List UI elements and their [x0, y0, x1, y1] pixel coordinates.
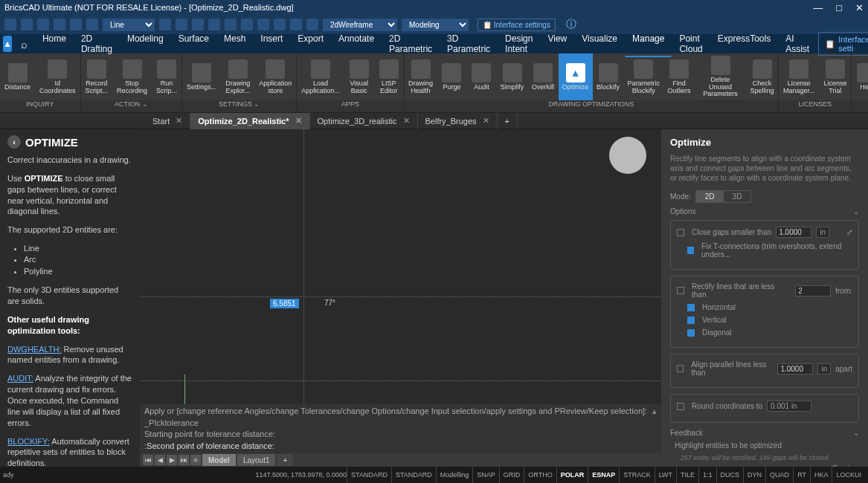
new-icon[interactable]	[4, 19, 16, 30]
ribbon-find[interactable]: FindOutliers	[663, 54, 695, 100]
redo-icon[interactable]	[86, 19, 98, 30]
drawing-canvas[interactable]: 6.5851 77° W X Apply or [change referenc…	[140, 129, 661, 467]
rectify-value-input[interactable]	[795, 285, 831, 296]
interface-settings-button[interactable]: 📋 Interface setti	[818, 32, 868, 56]
ribbon-record[interactable]: RecordScript...	[81, 54, 113, 100]
tab-first-icon[interactable]: ⏮	[143, 455, 153, 465]
ribbon-load[interactable]: LoadApplication...	[297, 54, 344, 100]
status-toggle-strack[interactable]: STRACK	[619, 467, 655, 483]
mode-toggle[interactable]: 2D3D	[695, 190, 752, 203]
chevron-down-icon[interactable]: ⌄	[853, 207, 859, 215]
diag-checkbox[interactable]	[687, 329, 695, 337]
layout-tab[interactable]: Layout1	[237, 454, 276, 466]
status-toggle-ducs[interactable]: DUCS	[716, 467, 744, 483]
ribbon-id[interactable]: IdCoordinates	[35, 54, 80, 100]
tab-list-icon[interactable]: ≡	[190, 455, 201, 465]
panel-close-icon[interactable]: ✕	[125, 129, 133, 130]
tab-close-icon[interactable]: ✕	[483, 116, 489, 126]
round-checkbox[interactable]	[677, 403, 684, 410]
search-icon[interactable]: ⌕	[21, 38, 28, 51]
blockify-link[interactable]: BLOCKIFY:	[7, 437, 50, 446]
q2-icon[interactable]	[176, 19, 187, 30]
new-tab-button[interactable]: +	[498, 113, 518, 129]
drawing-tab[interactable]: Optimize_3D_realistic✕	[310, 113, 418, 129]
align-value-input[interactable]	[777, 363, 813, 375]
status-toggle-ortho[interactable]: ORTHO	[524, 467, 556, 483]
save-icon[interactable]	[37, 19, 49, 30]
ribbon-simplify[interactable]: Simplify	[496, 54, 527, 100]
tab-close-icon[interactable]: ✕	[176, 116, 182, 126]
q1-icon[interactable]	[159, 19, 171, 30]
status-toggle-esnap[interactable]: ESNAP	[588, 467, 619, 483]
drawing-tab[interactable]: Optimize_2D_Realistic*✕	[190, 113, 309, 129]
ribbon-delete-unused[interactable]: Delete UnusedParameters	[695, 54, 746, 100]
status-toggle-lwt[interactable]: LWT	[655, 467, 676, 483]
undo-icon[interactable]	[70, 19, 82, 30]
tab-close-icon[interactable]: ✕	[295, 116, 302, 126]
print-icon[interactable]	[54, 19, 65, 30]
command-line[interactable]: Apply or [change reference Angles/change…	[140, 404, 661, 453]
close-gaps-checkbox[interactable]	[677, 229, 684, 236]
minimize-button[interactable]: —	[813, 2, 823, 13]
linetype-select[interactable]: Line	[103, 19, 155, 31]
status-toggle-snap[interactable]: SNAP	[472, 467, 499, 483]
status-toggle-rt[interactable]: RT	[793, 467, 810, 483]
vert-checkbox[interactable]	[687, 317, 695, 324]
q10-icon[interactable]	[306, 19, 318, 30]
ribbon-overkill[interactable]: Overkill	[528, 54, 559, 100]
cmd-expand-icon[interactable]: ▴	[652, 406, 657, 417]
status-toggle-grid[interactable]: GRID	[499, 467, 524, 483]
ribbon-visual[interactable]: VisualBasic	[344, 54, 374, 100]
viewcube[interactable]	[609, 137, 646, 174]
tab-last-icon[interactable]: ⏭	[179, 455, 189, 465]
tconn-checkbox[interactable]	[687, 247, 694, 254]
open-icon[interactable]	[21, 19, 33, 30]
q3-icon[interactable]	[192, 19, 204, 30]
close-window-button[interactable]: ✕	[855, 2, 864, 13]
ribbon-run[interactable]: RunScrip...	[152, 54, 181, 100]
interface-settings-link[interactable]: 📋 Interface settings	[478, 19, 556, 31]
tab-next-icon[interactable]: ▶	[167, 455, 177, 465]
ribbon-optimize[interactable]: ▲Optimize	[559, 54, 593, 100]
app-logo-icon[interactable]: ▲	[3, 36, 12, 52]
ribbon-stop[interactable]: StopRecording	[112, 54, 152, 100]
q6-icon[interactable]	[241, 19, 253, 30]
dwghealth-link[interactable]: DWGHEALTH:	[7, 345, 62, 354]
pick-icon[interactable]: ⤢	[846, 228, 852, 236]
status-toggle-dyn[interactable]: DYN	[743, 467, 765, 483]
ribbon-purge[interactable]: Purge	[437, 54, 466, 100]
q8-icon[interactable]	[274, 19, 286, 30]
chevron-down-icon[interactable]: ⌄	[853, 429, 859, 437]
rectify-checkbox[interactable]	[677, 287, 684, 294]
ribbon-check[interactable]: CheckSpelling	[746, 54, 778, 100]
drawing-tab[interactable]: Belfry_Bruges✕	[418, 113, 498, 129]
status-toggle-1:1[interactable]: 1:1	[698, 467, 716, 483]
ribbon-drawing[interactable]: DrawingExplor...	[221, 54, 254, 100]
add-layout-button[interactable]: +	[277, 454, 293, 466]
q7-icon[interactable]	[257, 19, 269, 30]
ribbon-license[interactable]: LicenseManager...	[779, 54, 820, 100]
gap-value-input[interactable]	[776, 227, 811, 238]
help-search-icon[interactable]: ⓘ	[566, 18, 576, 31]
tab-prev-icon[interactable]: ◀	[155, 455, 165, 465]
status-workspace[interactable]: Modelling	[436, 467, 473, 483]
horiz-checkbox[interactable]	[687, 304, 695, 311]
ribbon-lisp[interactable]: LISPEditor	[374, 54, 404, 100]
status-std1[interactable]: STANDARD	[347, 467, 391, 483]
audit-link[interactable]: AUDIT:	[7, 374, 33, 383]
q4-icon[interactable]	[208, 19, 220, 30]
ribbon-license[interactable]: LicenseTrial	[819, 54, 851, 100]
tab-close-icon[interactable]: ✕	[403, 116, 410, 126]
q9-icon[interactable]	[290, 19, 302, 30]
workspace-select[interactable]: Modeling	[402, 19, 469, 31]
maximize-button[interactable]: □	[836, 2, 842, 13]
status-toggle-hka[interactable]: HKA	[810, 467, 832, 483]
drawing-tab[interactable]: Start✕	[145, 113, 190, 129]
back-button[interactable]: ‹	[7, 135, 21, 149]
ribbon-audit[interactable]: Audit	[466, 54, 496, 100]
status-std2[interactable]: STANDARD	[391, 467, 436, 483]
ribbon-settings-[interactable]: Settings...	[182, 54, 221, 100]
status-toggle-quad[interactable]: QUAD	[765, 467, 793, 483]
ribbon-application[interactable]: Applicationstore	[254, 54, 296, 100]
ribbon-parametric[interactable]: ParametricBlockify	[623, 54, 663, 100]
